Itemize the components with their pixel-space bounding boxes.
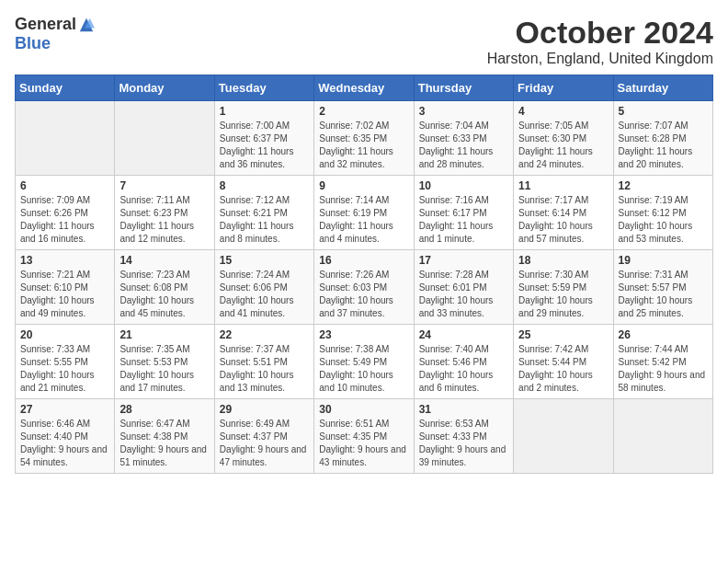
calendar-cell: 8Sunrise: 7:12 AMSunset: 6:21 PMDaylight… [214,176,313,250]
logo-general-text: General [15,15,76,34]
day-info: Sunrise: 7:00 AMSunset: 6:37 PMDaylight:… [220,120,309,171]
day-info: Sunrise: 7:04 AMSunset: 6:33 PMDaylight:… [419,120,508,171]
calendar-cell: 15Sunrise: 7:24 AMSunset: 6:06 PMDayligh… [214,250,313,325]
calendar-cell [115,101,214,176]
day-number: 13 [20,254,109,267]
calendar-cell: 24Sunrise: 7:40 AMSunset: 5:46 PMDayligh… [414,325,513,399]
day-info: Sunrise: 7:30 AMSunset: 5:59 PMDaylight:… [518,269,608,320]
logo-blue-text: Blue [15,34,51,53]
title-area: October 2024 Harston, England, United Ki… [487,15,713,67]
day-number: 20 [20,328,109,341]
calendar-cell: 4Sunrise: 7:05 AMSunset: 6:30 PMDaylight… [514,101,613,176]
calendar-cell: 6Sunrise: 7:09 AMSunset: 6:26 PMDaylight… [16,176,115,250]
day-info: Sunrise: 7:19 AMSunset: 6:12 PMDaylight:… [619,194,708,246]
day-info: Sunrise: 7:42 AMSunset: 5:44 PMDaylight:… [518,343,608,395]
day-number: 28 [119,403,209,416]
location-title: Harston, England, United Kingdom [487,51,713,67]
day-number: 25 [518,328,608,341]
day-info: Sunrise: 6:47 AMSunset: 4:38 PMDaylight:… [119,418,209,469]
calendar-cell: 3Sunrise: 7:04 AMSunset: 6:33 PMDaylight… [414,101,513,176]
calendar-cell: 7Sunrise: 7:11 AMSunset: 6:23 PMDaylight… [115,176,214,250]
calendar-cell: 5Sunrise: 7:07 AMSunset: 6:28 PMDaylight… [613,101,712,176]
day-number: 26 [619,328,708,341]
calendar-cell: 18Sunrise: 7:30 AMSunset: 5:59 PMDayligh… [514,250,613,325]
calendar-cell: 21Sunrise: 7:35 AMSunset: 5:53 PMDayligh… [115,325,214,399]
day-number: 2 [319,105,408,118]
calendar-cell: 31Sunrise: 6:53 AMSunset: 4:33 PMDayligh… [414,399,513,474]
calendar-cell: 13Sunrise: 7:21 AMSunset: 6:10 PMDayligh… [16,250,115,325]
day-info: Sunrise: 7:44 AMSunset: 5:42 PMDaylight:… [619,343,708,395]
day-header-sunday: Sunday [16,75,115,101]
day-number: 17 [419,254,508,267]
day-number: 15 [220,254,309,267]
calendar-cell [613,399,712,474]
day-info: Sunrise: 7:05 AMSunset: 6:30 PMDaylight:… [518,120,608,171]
calendar-week-row: 1Sunrise: 7:00 AMSunset: 6:37 PMDaylight… [16,101,713,176]
calendar-week-row: 27Sunrise: 6:46 AMSunset: 4:40 PMDayligh… [16,399,713,474]
day-info: Sunrise: 7:26 AMSunset: 6:03 PMDaylight:… [319,269,408,320]
day-number: 31 [419,403,508,416]
day-number: 14 [119,254,209,267]
day-info: Sunrise: 7:35 AMSunset: 5:53 PMDaylight:… [119,343,209,395]
day-header-friday: Friday [514,75,613,101]
day-header-thursday: Thursday [414,75,513,101]
calendar-cell: 16Sunrise: 7:26 AMSunset: 6:03 PMDayligh… [314,250,414,325]
calendar-cell: 30Sunrise: 6:51 AMSunset: 4:35 PMDayligh… [314,399,414,474]
day-number: 6 [20,179,109,192]
day-number: 9 [319,179,408,192]
calendar-cell: 14Sunrise: 7:23 AMSunset: 6:08 PMDayligh… [115,250,214,325]
calendar-cell: 1Sunrise: 7:00 AMSunset: 6:37 PMDaylight… [214,101,313,176]
day-info: Sunrise: 6:49 AMSunset: 4:37 PMDaylight:… [220,418,309,469]
day-info: Sunrise: 7:31 AMSunset: 5:57 PMDaylight:… [619,269,708,320]
calendar-cell: 12Sunrise: 7:19 AMSunset: 6:12 PMDayligh… [613,176,712,250]
day-info: Sunrise: 7:38 AMSunset: 5:49 PMDaylight:… [319,343,408,395]
day-info: Sunrise: 7:14 AMSunset: 6:19 PMDaylight:… [319,194,408,246]
day-number: 19 [619,254,708,267]
page-header: General Blue October 2024 Harston, Engla… [15,15,713,67]
day-number: 18 [518,254,608,267]
day-number: 12 [619,179,708,192]
calendar-cell: 28Sunrise: 6:47 AMSunset: 4:38 PMDayligh… [115,399,214,474]
calendar-cell: 22Sunrise: 7:37 AMSunset: 5:51 PMDayligh… [214,325,313,399]
day-info: Sunrise: 6:46 AMSunset: 4:40 PMDaylight:… [20,418,109,469]
day-header-wednesday: Wednesday [314,75,414,101]
logo-icon [78,17,95,33]
day-header-monday: Monday [115,75,214,101]
day-number: 21 [119,328,209,341]
calendar-cell: 25Sunrise: 7:42 AMSunset: 5:44 PMDayligh… [514,325,613,399]
calendar-table: SundayMondayTuesdayWednesdayThursdayFrid… [15,75,713,474]
day-info: Sunrise: 6:51 AMSunset: 4:35 PMDaylight:… [319,418,408,469]
day-number: 16 [319,254,408,267]
calendar-cell [16,101,115,176]
day-number: 4 [518,105,608,118]
calendar-cell: 10Sunrise: 7:16 AMSunset: 6:17 PMDayligh… [414,176,513,250]
day-info: Sunrise: 7:09 AMSunset: 6:26 PMDaylight:… [20,194,109,246]
day-number: 23 [319,328,408,341]
day-info: Sunrise: 7:23 AMSunset: 6:08 PMDaylight:… [119,269,209,320]
day-header-tuesday: Tuesday [214,75,313,101]
day-number: 29 [220,403,309,416]
calendar-cell: 26Sunrise: 7:44 AMSunset: 5:42 PMDayligh… [613,325,712,399]
calendar-week-row: 20Sunrise: 7:33 AMSunset: 5:55 PMDayligh… [16,325,713,399]
calendar-cell: 29Sunrise: 6:49 AMSunset: 4:37 PMDayligh… [214,399,313,474]
day-info: Sunrise: 7:11 AMSunset: 6:23 PMDaylight:… [119,194,209,246]
day-number: 8 [220,179,309,192]
calendar-cell: 27Sunrise: 6:46 AMSunset: 4:40 PMDayligh… [16,399,115,474]
day-header-saturday: Saturday [613,75,712,101]
day-info: Sunrise: 7:24 AMSunset: 6:06 PMDaylight:… [220,269,309,320]
calendar-cell: 2Sunrise: 7:02 AMSunset: 6:35 PMDaylight… [314,101,414,176]
day-number: 10 [419,179,508,192]
calendar-cell [514,399,613,474]
calendar-cell: 20Sunrise: 7:33 AMSunset: 5:55 PMDayligh… [16,325,115,399]
calendar-cell: 11Sunrise: 7:17 AMSunset: 6:14 PMDayligh… [514,176,613,250]
day-info: Sunrise: 7:02 AMSunset: 6:35 PMDaylight:… [319,120,408,171]
day-info: Sunrise: 7:33 AMSunset: 5:55 PMDaylight:… [20,343,109,395]
day-number: 22 [220,328,309,341]
day-number: 3 [419,105,508,118]
day-info: Sunrise: 7:28 AMSunset: 6:01 PMDaylight:… [419,269,508,320]
day-info: Sunrise: 7:16 AMSunset: 6:17 PMDaylight:… [419,194,508,246]
day-info: Sunrise: 6:53 AMSunset: 4:33 PMDaylight:… [419,418,508,469]
calendar-week-row: 13Sunrise: 7:21 AMSunset: 6:10 PMDayligh… [16,250,713,325]
day-number: 30 [319,403,408,416]
day-number: 1 [220,105,309,118]
